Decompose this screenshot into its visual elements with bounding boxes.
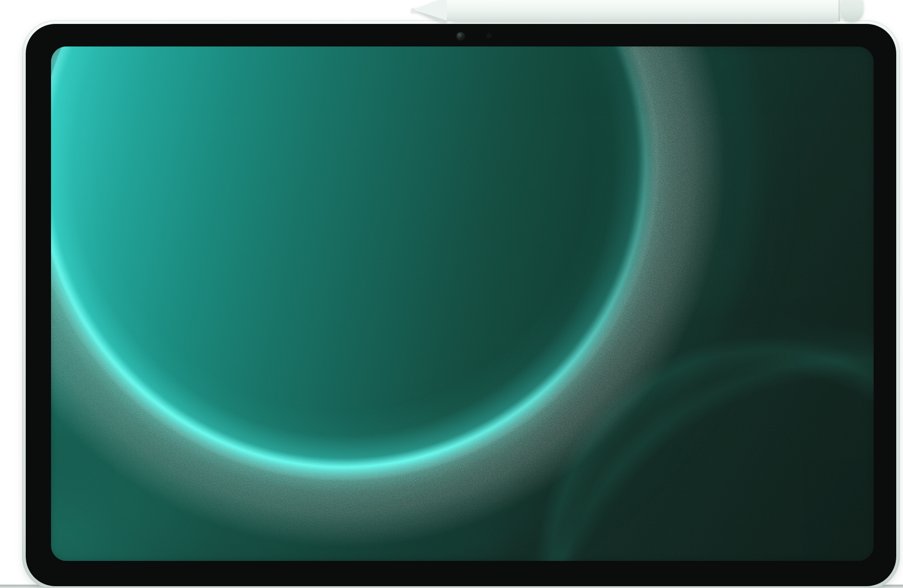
ambient-sensor-icon — [486, 33, 492, 38]
s-pen-body — [444, 0, 843, 22]
s-pen-cap-tint — [840, 0, 863, 22]
wallpaper-grain — [51, 46, 874, 561]
front-camera-icon — [457, 32, 464, 40]
product-photo-stage — [0, 0, 903, 588]
tablet-bezel — [26, 24, 896, 586]
s-pen-stylus — [405, 0, 864, 23]
s-pen-cap-seam — [838, 0, 840, 22]
s-pen-nib — [411, 9, 415, 13]
tablet-device — [22, 20, 900, 588]
tablet-screen-wallpaper — [51, 46, 874, 561]
